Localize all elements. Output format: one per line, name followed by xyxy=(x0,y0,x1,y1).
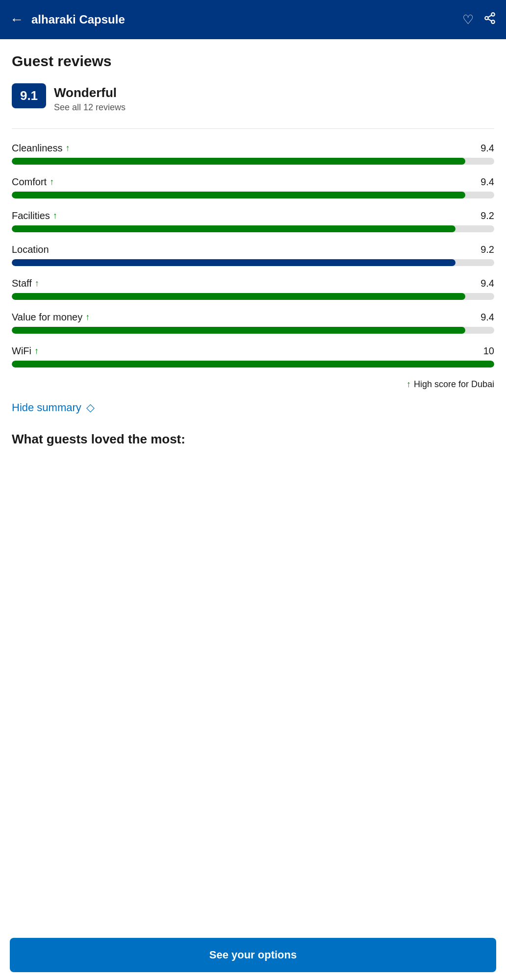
progress-bar-bg xyxy=(12,361,494,368)
score-categories: Cleanliness ↑9.4Comfort ↑9.4Facilities ↑… xyxy=(12,143,494,368)
share-icon[interactable] xyxy=(483,12,496,28)
progress-bar-fill xyxy=(12,225,455,232)
score-label: Location xyxy=(12,244,49,255)
progress-bar-bg xyxy=(12,192,494,198)
rating-label: Wonderful xyxy=(54,85,126,100)
score-value: 9.2 xyxy=(481,244,494,255)
trend-arrow-icon: ↑ xyxy=(34,346,39,356)
page-title: alharaki Capsule xyxy=(31,13,462,26)
score-label: Comfort ↑ xyxy=(12,176,54,188)
hide-summary-icon[interactable]: ◇ xyxy=(86,401,95,414)
score-row: Staff ↑9.4 xyxy=(12,278,494,300)
rating-block: 9.1 Wonderful See all 12 reviews xyxy=(12,83,494,113)
score-label: WiFi ↑ xyxy=(12,345,39,357)
score-row: Comfort ↑9.4 xyxy=(12,176,494,198)
guests-loved-title: What guests loved the most: xyxy=(12,432,494,447)
hide-summary-button[interactable]: Hide summary xyxy=(12,401,81,414)
progress-bar-fill xyxy=(12,192,465,198)
score-label: Staff ↑ xyxy=(12,278,39,289)
progress-bar-bg xyxy=(12,259,494,266)
high-score-text: High score for Dubai xyxy=(414,379,494,390)
section-title: Guest reviews xyxy=(12,53,494,70)
progress-bar-fill xyxy=(12,327,465,334)
rating-info: Wonderful See all 12 reviews xyxy=(54,83,126,113)
app-header: ← alharaki Capsule ♡ xyxy=(0,0,506,39)
trend-arrow-icon: ↑ xyxy=(50,177,54,187)
score-value: 9.4 xyxy=(481,278,494,289)
score-row: Location 9.2 xyxy=(12,244,494,266)
favorite-icon[interactable]: ♡ xyxy=(462,12,474,27)
score-value: 9.4 xyxy=(481,143,494,154)
progress-bar-bg xyxy=(12,225,494,232)
score-value: 10 xyxy=(483,345,494,357)
progress-bar-fill xyxy=(12,361,494,368)
score-value: 9.4 xyxy=(481,312,494,323)
progress-bar-bg xyxy=(12,293,494,300)
rating-reviews[interactable]: See all 12 reviews xyxy=(54,102,126,113)
svg-line-3 xyxy=(488,19,491,21)
section-divider xyxy=(12,128,494,129)
score-label: Cleanliness ↑ xyxy=(12,143,70,154)
back-button[interactable]: ← xyxy=(10,12,24,27)
progress-bar-fill xyxy=(12,158,465,165)
score-label: Facilities ↑ xyxy=(12,210,57,221)
hide-summary-section: Hide summary ◇ xyxy=(12,401,494,414)
high-score-arrow-icon: ↑ xyxy=(406,379,411,390)
trend-arrow-icon: ↑ xyxy=(35,278,39,289)
progress-bar-fill xyxy=(12,293,465,300)
bottom-spacer xyxy=(12,457,494,506)
progress-bar-bg xyxy=(12,327,494,334)
score-value: 9.2 xyxy=(481,210,494,221)
score-value: 9.4 xyxy=(481,176,494,188)
score-row: Cleanliness ↑9.4 xyxy=(12,143,494,165)
score-row: Facilities ↑9.2 xyxy=(12,210,494,232)
header-actions: ♡ xyxy=(462,12,496,28)
progress-bar-bg xyxy=(12,158,494,165)
score-label: Value for money ↑ xyxy=(12,312,90,323)
rating-badge: 9.1 xyxy=(12,83,46,108)
score-row: WiFi ↑10 xyxy=(12,345,494,368)
trend-arrow-icon: ↑ xyxy=(53,211,57,221)
trend-arrow-icon: ↑ xyxy=(85,312,90,322)
score-row: Value for money ↑9.4 xyxy=(12,312,494,334)
high-score-note: ↑ High score for Dubai xyxy=(12,379,494,390)
progress-bar-fill xyxy=(12,259,455,266)
svg-line-4 xyxy=(488,15,491,17)
main-content: Guest reviews 9.1 Wonderful See all 12 r… xyxy=(0,39,506,519)
trend-arrow-icon: ↑ xyxy=(65,143,70,153)
